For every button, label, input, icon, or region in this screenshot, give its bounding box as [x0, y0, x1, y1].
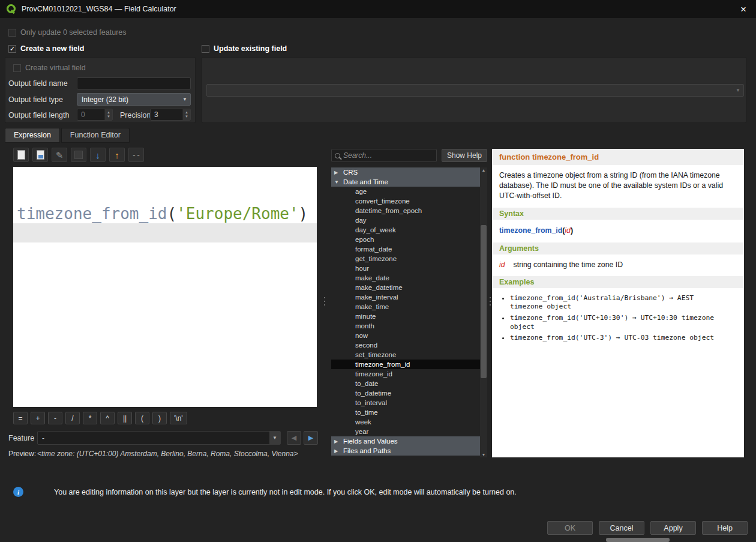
tree-item-datetime-from-epoch[interactable]: datetime_from_epoch [331, 206, 480, 215]
feature-dropdown[interactable]: - ▼ [37, 431, 281, 445]
output-field-length-spinner[interactable]: 0 ▲▼ [77, 109, 113, 121]
syntax-function-name: timezone_from_id [499, 226, 562, 235]
next-feature-button[interactable]: ▶ [304, 431, 318, 445]
tree-item-to-interval[interactable]: to_interval [331, 398, 480, 408]
help-title: function timezone_from_id [492, 149, 744, 165]
function-search[interactable] [331, 149, 437, 162]
create-new-field-checkbox[interactable]: Create a new field [8, 44, 84, 53]
tree-item-label: year [355, 428, 368, 435]
tree-item-year[interactable]: year [331, 427, 480, 436]
search-input[interactable] [343, 151, 433, 160]
create-virtual-field-checkbox[interactable]: Create virtual field [13, 64, 86, 72]
operator-button[interactable]: * [83, 412, 97, 424]
new-file-icon [17, 150, 25, 160]
tree-item-convert-timezone[interactable]: convert_timezone [331, 196, 480, 206]
arrow-up-icon: ↑ [115, 151, 119, 160]
argument-description: string containing the time zone ID [514, 260, 623, 269]
tree-item-week[interactable]: week [331, 417, 480, 427]
scrollbar-thumb[interactable] [481, 225, 487, 378]
tree-item-second[interactable]: second [331, 340, 480, 350]
save-expression-button[interactable] [32, 148, 48, 162]
ok-button[interactable]: OK [547, 521, 593, 535]
tree-group-date-and-time[interactable]: ▼Date and Time [331, 177, 480, 187]
tree-item-make-interval[interactable]: make_interval [331, 292, 480, 302]
tree-item-make-time[interactable]: make_time [331, 302, 480, 312]
panel-splitter-handle[interactable] [488, 297, 492, 306]
tree-item-timezone-id[interactable]: timezone_id [331, 369, 480, 379]
tree-item-make-datetime[interactable]: make_datetime [331, 283, 480, 292]
tree-item-to-date[interactable]: to_date [331, 379, 480, 388]
tree-item-day[interactable]: day [331, 215, 480, 225]
scroll-down-icon[interactable]: ▼ [480, 453, 487, 457]
cancel-button[interactable]: Cancel [599, 521, 644, 535]
tab-function-editor[interactable]: Function Editor [61, 128, 130, 143]
tree-item-set-timezone[interactable]: set_timezone [331, 350, 480, 360]
create-virtual-field-label: Create virtual field [25, 64, 86, 72]
precision-spinner[interactable]: 3 ▲▼ [150, 109, 191, 121]
apply-button[interactable]: Apply [650, 521, 696, 535]
tree-item-epoch[interactable]: epoch [331, 235, 480, 244]
show-help-button[interactable]: Show Help [442, 149, 487, 162]
horizontal-scrollbar-thumb[interactable] [606, 538, 670, 542]
tab-expression[interactable]: Expression [5, 128, 60, 143]
tree-item-format-date[interactable]: format_date [331, 244, 480, 254]
spinner-arrows[interactable]: ▲▼ [182, 109, 190, 120]
output-field-length-value: 0 [77, 109, 104, 120]
chevron-right-icon[interactable]: ▶ [334, 448, 340, 454]
operator-button[interactable]: ^ [100, 412, 115, 424]
tree-item-label: day_of_week [355, 226, 396, 233]
tree-item-age[interactable]: age [331, 187, 480, 196]
only-update-selected-checkbox[interactable]: Only update 0 selected features [8, 28, 127, 37]
operator-button[interactable]: '\n' [170, 412, 187, 424]
operator-button[interactable]: ( [135, 412, 149, 424]
tree-item-label: Fields and Values [343, 438, 398, 445]
operator-button[interactable]: || [118, 412, 132, 424]
tree-item-minute[interactable]: minute [331, 312, 480, 321]
expression-tool-disabled-button[interactable] [71, 148, 86, 162]
new-expression-button[interactable] [13, 148, 29, 162]
tree-item-day-of-week[interactable]: day_of_week [331, 225, 480, 235]
checkbox-box [8, 45, 16, 53]
output-field-name-input[interactable] [77, 77, 191, 89]
tree-group-files-and-paths[interactable]: ▶Files and Paths [331, 446, 480, 456]
tree-item-get-timezone[interactable]: get_timezone [331, 254, 480, 263]
tree-item-hour[interactable]: hour [331, 263, 480, 273]
comment-toggle-button[interactable]: -- [128, 148, 144, 162]
operator-button[interactable]: ) [152, 412, 167, 424]
output-field-type-dropdown[interactable]: Integer (32 bit) ▼ [77, 93, 191, 106]
precision-value: 3 [151, 109, 182, 120]
title-bar: ProvCM01012021_WGS84 — Field Calculator … [0, 0, 756, 18]
operator-button[interactable]: - [48, 412, 62, 424]
spinner-arrows[interactable]: ▲▼ [104, 109, 112, 120]
update-existing-field-checkbox[interactable]: Update existing field [202, 44, 287, 53]
tree-item-month[interactable]: month [331, 321, 480, 331]
tree-item-label: make_date [355, 274, 389, 282]
operator-button[interactable]: / [65, 412, 80, 424]
close-icon[interactable]: × [737, 4, 750, 14]
tree-scrollbar[interactable]: ▲ ▼ [480, 167, 487, 457]
tree-item-make-date[interactable]: make_date [331, 273, 480, 283]
tree-item-to-datetime[interactable]: to_datetime [331, 388, 480, 398]
panel-splitter-handle[interactable] [322, 297, 326, 306]
export-expression-button[interactable]: ↑ [109, 148, 125, 162]
tree-group-crs[interactable]: ▶CRS [331, 167, 480, 177]
chevron-down-icon[interactable]: ▼ [334, 179, 340, 185]
tree-item-to-time[interactable]: to_time [331, 408, 480, 417]
comment-icon: -- [132, 151, 140, 159]
tree-group-fields-and-values[interactable]: ▶Fields and Values [331, 436, 480, 446]
tree-item-timezone-from-id[interactable]: timezone_from_id [331, 360, 480, 369]
help-button[interactable]: Help [702, 521, 748, 535]
operator-button[interactable]: + [31, 412, 45, 424]
chevron-right-icon[interactable]: ▶ [334, 439, 340, 444]
chevron-right-icon[interactable]: ▶ [334, 170, 340, 175]
previous-feature-button[interactable]: ◀ [287, 431, 301, 445]
edit-expression-button[interactable]: ✎ [52, 148, 67, 162]
scroll-up-icon[interactable]: ▲ [480, 168, 487, 172]
operator-button[interactable]: = [13, 412, 28, 424]
checkbox-box [202, 45, 209, 53]
existing-field-dropdown[interactable]: ▼ [206, 84, 744, 97]
tree-item-now[interactable]: now [331, 331, 480, 340]
import-expression-button[interactable]: ↓ [90, 148, 106, 162]
expression-editor[interactable]: timezone_from_id('Europe/Rome') [13, 167, 317, 407]
tree-item-label: week [355, 418, 371, 426]
